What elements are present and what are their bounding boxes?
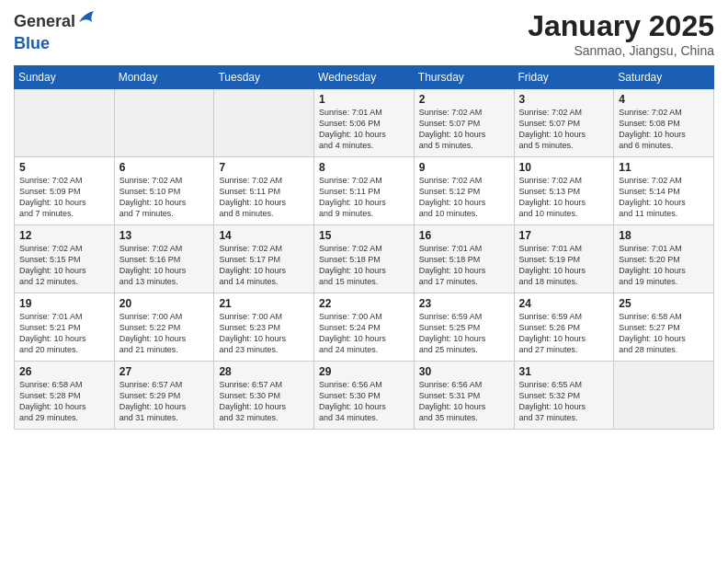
table-cell: 11Sunrise: 7:02 AMSunset: 5:14 PMDayligh… [614, 157, 714, 225]
col-monday: Monday [114, 66, 214, 89]
table-cell: 18Sunrise: 7:01 AMSunset: 5:20 PMDayligh… [614, 225, 714, 293]
day-number: 18 [619, 229, 709, 242]
table-cell: 29Sunrise: 6:56 AMSunset: 5:30 PMDayligh… [314, 362, 415, 430]
table-cell [114, 89, 214, 157]
day-number: 21 [219, 297, 309, 310]
table-cell: 15Sunrise: 7:02 AMSunset: 5:18 PMDayligh… [314, 225, 415, 293]
day-info: Sunrise: 7:02 AMSunset: 5:07 PMDaylight:… [519, 107, 609, 152]
day-info: Sunrise: 6:56 AMSunset: 5:31 PMDaylight:… [419, 379, 509, 424]
day-info: Sunrise: 6:55 AMSunset: 5:32 PMDaylight:… [519, 379, 609, 424]
day-info: Sunrise: 7:02 AMSunset: 5:18 PMDaylight:… [319, 243, 409, 288]
logo-general: General [14, 13, 75, 31]
table-cell: 10Sunrise: 7:02 AMSunset: 5:13 PMDayligh… [514, 157, 614, 225]
day-number: 22 [319, 297, 409, 310]
day-info: Sunrise: 7:00 AMSunset: 5:24 PMDaylight:… [319, 311, 409, 356]
table-cell [614, 362, 714, 430]
day-number: 10 [519, 161, 609, 174]
table-cell: 25Sunrise: 6:58 AMSunset: 5:27 PMDayligh… [614, 293, 714, 362]
table-cell: 2Sunrise: 7:02 AMSunset: 5:07 PMDaylight… [414, 89, 514, 157]
day-info: Sunrise: 7:01 AMSunset: 5:21 PMDaylight:… [19, 311, 109, 356]
day-number: 1 [319, 93, 409, 106]
logo-bird-icon [77, 9, 96, 35]
table-cell: 17Sunrise: 7:01 AMSunset: 5:19 PMDayligh… [514, 225, 614, 293]
day-number: 19 [19, 297, 109, 310]
day-number: 25 [619, 297, 709, 310]
table-cell [15, 89, 115, 157]
day-number: 27 [119, 365, 210, 378]
week-row-5: 26Sunrise: 6:58 AMSunset: 5:28 PMDayligh… [15, 362, 714, 430]
table-cell: 9Sunrise: 7:02 AMSunset: 5:12 PMDaylight… [414, 157, 514, 225]
day-number: 17 [519, 229, 609, 242]
logo: General Blue [14, 9, 96, 53]
day-info: Sunrise: 7:01 AMSunset: 5:20 PMDaylight:… [619, 243, 709, 288]
month-title: January 2025 [528, 9, 714, 43]
day-number: 30 [419, 365, 509, 378]
table-cell: 22Sunrise: 7:00 AMSunset: 5:24 PMDayligh… [314, 293, 415, 362]
day-number: 5 [19, 161, 109, 174]
col-wednesday: Wednesday [314, 66, 415, 89]
table-cell: 13Sunrise: 7:02 AMSunset: 5:16 PMDayligh… [114, 225, 214, 293]
table-cell: 14Sunrise: 7:02 AMSunset: 5:17 PMDayligh… [214, 225, 314, 293]
table-cell: 6Sunrise: 7:02 AMSunset: 5:10 PMDaylight… [114, 157, 214, 225]
day-info: Sunrise: 6:59 AMSunset: 5:25 PMDaylight:… [419, 311, 509, 356]
day-info: Sunrise: 7:01 AMSunset: 5:18 PMDaylight:… [419, 243, 509, 288]
table-cell: 24Sunrise: 6:59 AMSunset: 5:26 PMDayligh… [514, 293, 614, 362]
page: General Blue January 2025 Sanmao, Jiangs… [0, 0, 728, 563]
day-info: Sunrise: 7:02 AMSunset: 5:11 PMDaylight:… [219, 175, 309, 220]
day-info: Sunrise: 7:00 AMSunset: 5:22 PMDaylight:… [119, 311, 210, 356]
day-number: 31 [519, 365, 609, 378]
table-cell: 27Sunrise: 6:57 AMSunset: 5:29 PMDayligh… [114, 362, 214, 430]
table-cell: 30Sunrise: 6:56 AMSunset: 5:31 PMDayligh… [414, 362, 514, 430]
day-number: 3 [519, 93, 609, 106]
day-number: 23 [419, 297, 509, 310]
week-row-4: 19Sunrise: 7:01 AMSunset: 5:21 PMDayligh… [15, 293, 714, 362]
table-cell: 4Sunrise: 7:02 AMSunset: 5:08 PMDaylight… [614, 89, 714, 157]
day-number: 14 [219, 229, 309, 242]
day-info: Sunrise: 6:57 AMSunset: 5:30 PMDaylight:… [219, 379, 309, 424]
day-info: Sunrise: 7:02 AMSunset: 5:08 PMDaylight:… [619, 107, 709, 152]
table-cell: 28Sunrise: 6:57 AMSunset: 5:30 PMDayligh… [214, 362, 314, 430]
table-cell: 31Sunrise: 6:55 AMSunset: 5:32 PMDayligh… [514, 362, 614, 430]
day-number: 13 [119, 229, 210, 242]
table-cell: 19Sunrise: 7:01 AMSunset: 5:21 PMDayligh… [15, 293, 115, 362]
day-info: Sunrise: 6:58 AMSunset: 5:28 PMDaylight:… [19, 379, 109, 424]
day-info: Sunrise: 6:59 AMSunset: 5:26 PMDaylight:… [519, 311, 609, 356]
day-info: Sunrise: 7:01 AMSunset: 5:06 PMDaylight:… [319, 107, 409, 152]
location: Sanmao, Jiangsu, China [528, 43, 714, 58]
day-number: 11 [619, 161, 709, 174]
header: General Blue January 2025 Sanmao, Jiangs… [14, 9, 714, 58]
day-info: Sunrise: 7:00 AMSunset: 5:23 PMDaylight:… [219, 311, 309, 356]
table-cell: 3Sunrise: 7:02 AMSunset: 5:07 PMDaylight… [514, 89, 614, 157]
table-cell: 20Sunrise: 7:00 AMSunset: 5:22 PMDayligh… [114, 293, 214, 362]
day-info: Sunrise: 7:02 AMSunset: 5:17 PMDaylight:… [219, 243, 309, 288]
day-number: 15 [319, 229, 409, 242]
day-info: Sunrise: 7:01 AMSunset: 5:19 PMDaylight:… [519, 243, 609, 288]
day-info: Sunrise: 7:02 AMSunset: 5:14 PMDaylight:… [619, 175, 709, 220]
col-tuesday: Tuesday [214, 66, 314, 89]
day-number: 28 [219, 365, 309, 378]
table-cell [214, 89, 314, 157]
table-cell: 23Sunrise: 6:59 AMSunset: 5:25 PMDayligh… [414, 293, 514, 362]
day-number: 8 [319, 161, 409, 174]
day-info: Sunrise: 7:02 AMSunset: 5:07 PMDaylight:… [419, 107, 509, 152]
col-friday: Friday [514, 66, 614, 89]
day-info: Sunrise: 7:02 AMSunset: 5:09 PMDaylight:… [19, 175, 109, 220]
day-number: 29 [319, 365, 409, 378]
day-number: 12 [19, 229, 109, 242]
logo-blue: Blue [14, 34, 50, 52]
day-info: Sunrise: 7:02 AMSunset: 5:15 PMDaylight:… [19, 243, 109, 288]
table-cell: 7Sunrise: 7:02 AMSunset: 5:11 PMDaylight… [214, 157, 314, 225]
week-row-3: 12Sunrise: 7:02 AMSunset: 5:15 PMDayligh… [15, 225, 714, 293]
col-thursday: Thursday [414, 66, 514, 89]
table-cell: 16Sunrise: 7:01 AMSunset: 5:18 PMDayligh… [414, 225, 514, 293]
day-info: Sunrise: 7:02 AMSunset: 5:10 PMDaylight:… [119, 175, 210, 220]
table-cell: 26Sunrise: 6:58 AMSunset: 5:28 PMDayligh… [15, 362, 115, 430]
calendar: Sunday Monday Tuesday Wednesday Thursday… [14, 65, 714, 430]
table-cell: 12Sunrise: 7:02 AMSunset: 5:15 PMDayligh… [15, 225, 115, 293]
day-info: Sunrise: 6:56 AMSunset: 5:30 PMDaylight:… [319, 379, 409, 424]
title-block: January 2025 Sanmao, Jiangsu, China [528, 9, 714, 58]
day-number: 24 [519, 297, 609, 310]
table-cell: 21Sunrise: 7:00 AMSunset: 5:23 PMDayligh… [214, 293, 314, 362]
day-number: 6 [119, 161, 210, 174]
day-number: 20 [119, 297, 210, 310]
